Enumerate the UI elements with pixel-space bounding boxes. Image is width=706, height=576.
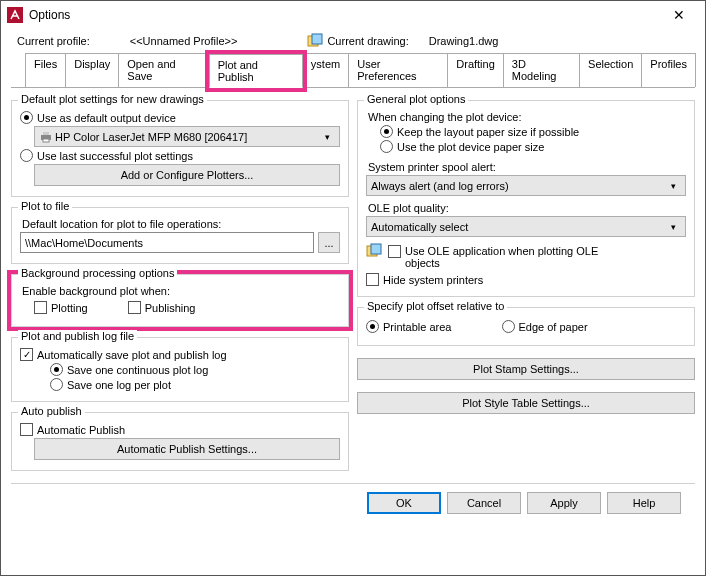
radio-icon [20, 111, 33, 124]
group-plot-offset: Specify plot offset relative to Printabl… [357, 307, 695, 346]
chevron-down-icon: ▾ [665, 222, 681, 232]
drawing-icon [366, 243, 382, 259]
checkbox-icon [388, 245, 401, 258]
checkbox-hide-printers[interactable]: Hide system printers [366, 273, 686, 286]
group-title-plot-offset: Specify plot offset relative to [364, 300, 507, 312]
help-button[interactable]: Help [607, 492, 681, 514]
spool-dropdown[interactable]: Always alert (and log errors) ▾ [366, 175, 686, 196]
auto-publish-settings-button[interactable]: Automatic Publish Settings... [34, 438, 340, 460]
drawing-icon [307, 33, 323, 49]
current-profile-label: Current profile: [17, 35, 90, 47]
ole-quality-label: OLE plot quality: [368, 202, 686, 214]
dialog-button-row: OK Cancel Apply Help [11, 483, 695, 514]
radio-icon [50, 363, 63, 376]
radio-icon [50, 378, 63, 391]
tab-profiles[interactable]: Profiles [641, 53, 696, 87]
tab-plot-and-publish[interactable]: Plot and Publish [209, 54, 303, 88]
radio-icon [20, 149, 33, 162]
checkbox-auto-publish-label: Automatic Publish [37, 424, 125, 436]
checkbox-publishing[interactable]: Publishing [128, 301, 196, 314]
tab-files[interactable]: Files [25, 53, 66, 87]
svg-rect-4 [43, 139, 49, 142]
plot-stamp-settings-button[interactable]: Plot Stamp Settings... [357, 358, 695, 380]
browse-button[interactable]: ... [318, 232, 340, 253]
apply-button[interactable]: Apply [527, 492, 601, 514]
group-title-background: Background processing options [18, 267, 177, 279]
printer-value: HP Color LaserJet MFP M680 [206417] [55, 131, 319, 143]
ole-quality-dropdown[interactable]: Automatically select ▾ [366, 216, 686, 237]
radio-icon [502, 320, 515, 333]
checkbox-hide-printers-label: Hide system printers [383, 274, 483, 286]
group-title-default-plot: Default plot settings for new drawings [18, 93, 207, 105]
tab-selection[interactable]: Selection [579, 53, 642, 87]
checkbox-ole-app[interactable]: Use OLE application when plotting OLE ob… [388, 245, 625, 269]
radio-icon [366, 320, 379, 333]
current-drawing-value: Drawing1.dwg [429, 35, 499, 47]
tab-user-preferences[interactable]: User Preferences [348, 53, 448, 87]
radio-use-device-label: Use the plot device paper size [397, 141, 544, 153]
svg-rect-6 [371, 244, 381, 254]
svg-rect-3 [43, 132, 49, 135]
tab-open-and-save[interactable]: Open and Save [118, 53, 209, 87]
radio-continuous-label: Save one continuous plot log [67, 364, 208, 376]
ok-button[interactable]: OK [367, 492, 441, 514]
content-area: Default plot settings for new drawings U… [1, 88, 705, 477]
chevron-down-icon: ▾ [665, 181, 681, 191]
group-plot-publish-log: Plot and publish log file Automatically … [11, 337, 349, 402]
tab-display[interactable]: Display [65, 53, 119, 87]
radio-continuous-log[interactable]: Save one continuous plot log [20, 363, 340, 376]
radio-edge-label: Edge of paper [519, 321, 588, 333]
radio-keep-layout[interactable]: Keep the layout paper size if possible [366, 125, 686, 138]
checkbox-publishing-label: Publishing [145, 302, 196, 314]
checkbox-icon [34, 301, 47, 314]
checkbox-icon [20, 348, 33, 361]
plot-file-path-input[interactable] [20, 232, 314, 253]
checkbox-auto-publish[interactable]: Automatic Publish [20, 423, 340, 436]
ole-quality-value: Automatically select [371, 221, 665, 233]
radio-use-device[interactable]: Use the plot device paper size [366, 140, 686, 153]
radio-per-plot-label: Save one log per plot [67, 379, 171, 391]
configure-plotters-button[interactable]: Add or Configure Plotters... [34, 164, 340, 186]
radio-edge-of-paper[interactable]: Edge of paper [502, 320, 588, 333]
printer-dropdown[interactable]: HP Color LaserJet MFP M680 [206417] ▾ [34, 126, 340, 147]
tab-drafting[interactable]: Drafting [447, 53, 504, 87]
group-background-processing: Background processing options Enable bac… [11, 274, 349, 327]
svg-rect-1 [312, 34, 322, 44]
spool-label: System printer spool alert: [368, 161, 686, 173]
checkbox-icon [128, 301, 141, 314]
change-device-label: When changing the plot device: [368, 111, 686, 123]
group-title-auto-publish: Auto publish [18, 405, 85, 417]
radio-default-output-row[interactable]: Use as default output device [20, 111, 340, 124]
radio-default-output-label: Use as default output device [37, 112, 176, 124]
group-general-plot: General plot options When changing the p… [357, 100, 695, 297]
checkbox-ole-app-label: Use OLE application when plotting OLE ob… [405, 245, 625, 269]
plot-style-table-settings-button[interactable]: Plot Style Table Settings... [357, 392, 695, 414]
spool-value: Always alert (and log errors) [371, 180, 665, 192]
radio-printable-label: Printable area [383, 321, 452, 333]
profile-row: Current profile: <<Unnamed Profile>> Cur… [1, 29, 705, 53]
checkbox-auto-save-label: Automatically save plot and publish log [37, 349, 227, 361]
titlebar: Options ✕ [1, 1, 705, 29]
group-title-general: General plot options [364, 93, 468, 105]
close-button[interactable]: ✕ [659, 7, 699, 23]
group-title-plot-to-file: Plot to file [18, 200, 72, 212]
app-icon [7, 7, 23, 23]
radio-last-plot-label: Use last successful plot settings [37, 150, 193, 162]
tab-3d-modeling[interactable]: 3D Modeling [503, 53, 580, 87]
right-column: General plot options When changing the p… [357, 94, 695, 471]
radio-printable-area[interactable]: Printable area [366, 320, 452, 333]
plot-file-label: Default location for plot to file operat… [22, 218, 340, 230]
checkbox-icon [366, 273, 379, 286]
current-profile-value: <<Unnamed Profile>> [130, 35, 238, 47]
printer-icon [39, 130, 53, 144]
radio-icon [380, 125, 393, 138]
radio-per-plot-log[interactable]: Save one log per plot [20, 378, 340, 391]
checkbox-auto-save-log[interactable]: Automatically save plot and publish log [20, 348, 340, 361]
chevron-down-icon: ▾ [319, 132, 335, 142]
tab-system[interactable]: ystem [302, 53, 349, 87]
group-title-logfile: Plot and publish log file [18, 330, 137, 342]
checkbox-plotting[interactable]: Plotting [34, 301, 88, 314]
cancel-button[interactable]: Cancel [447, 492, 521, 514]
group-default-plot: Default plot settings for new drawings U… [11, 100, 349, 197]
radio-last-plot-row[interactable]: Use last successful plot settings [20, 149, 340, 162]
